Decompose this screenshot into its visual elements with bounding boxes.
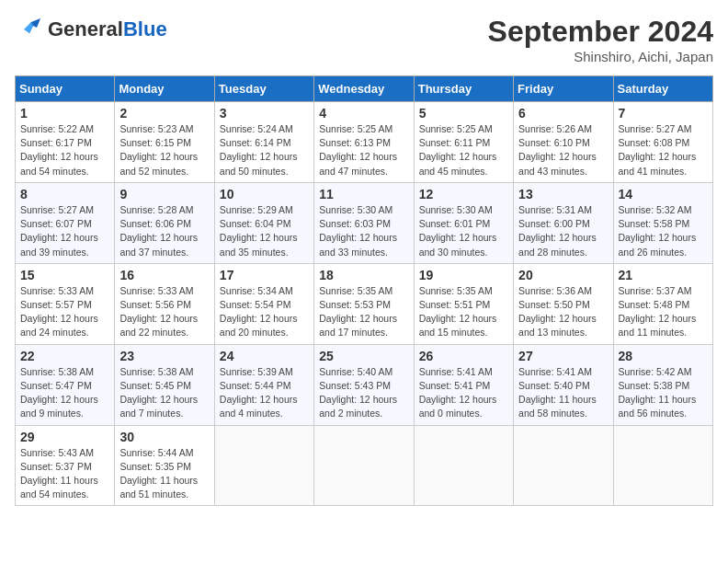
weekday-header-friday: Friday bbox=[514, 76, 613, 102]
calendar-week-1: 1Sunrise: 5:22 AMSunset: 6:17 PMDaylight… bbox=[16, 102, 713, 183]
calendar-cell: 11Sunrise: 5:30 AMSunset: 6:03 PMDayligh… bbox=[314, 182, 414, 263]
day-info: Sunrise: 5:30 AMSunset: 6:03 PMDaylight:… bbox=[319, 203, 408, 259]
day-info: Sunrise: 5:27 AMSunset: 6:08 PMDaylight:… bbox=[619, 122, 708, 178]
weekday-header-tuesday: Tuesday bbox=[214, 76, 313, 102]
day-info: Sunrise: 5:38 AMSunset: 5:45 PMDaylight:… bbox=[119, 365, 209, 421]
calendar-body: 1Sunrise: 5:22 AMSunset: 6:17 PMDaylight… bbox=[16, 102, 713, 506]
logo-blue-text: Blue bbox=[123, 17, 167, 40]
day-info: Sunrise: 5:33 AMSunset: 5:56 PMDaylight:… bbox=[119, 284, 209, 340]
calendar-cell: 23Sunrise: 5:38 AMSunset: 5:45 PMDayligh… bbox=[115, 344, 214, 425]
day-number: 2 bbox=[119, 106, 209, 121]
calendar-cell: 27Sunrise: 5:41 AMSunset: 5:40 PMDayligh… bbox=[514, 344, 613, 425]
weekday-header-saturday: Saturday bbox=[613, 76, 712, 102]
day-number: 1 bbox=[20, 106, 109, 121]
calendar-cell: 30Sunrise: 5:44 AMSunset: 5:35 PMDayligh… bbox=[115, 425, 214, 506]
calendar-cell bbox=[414, 425, 513, 506]
day-number: 23 bbox=[119, 349, 209, 363]
day-number: 25 bbox=[319, 349, 408, 363]
day-number: 16 bbox=[119, 268, 209, 282]
calendar-cell: 16Sunrise: 5:33 AMSunset: 5:56 PMDayligh… bbox=[115, 263, 214, 344]
day-number: 4 bbox=[319, 106, 408, 121]
day-info: Sunrise: 5:33 AMSunset: 5:57 PMDaylight:… bbox=[20, 284, 109, 340]
day-number: 8 bbox=[20, 187, 109, 201]
day-info: Sunrise: 5:32 AMSunset: 5:58 PMDaylight:… bbox=[619, 203, 708, 259]
weekday-header-monday: Monday bbox=[115, 76, 214, 102]
calendar-cell: 22Sunrise: 5:38 AMSunset: 5:47 PMDayligh… bbox=[16, 344, 115, 425]
day-info: Sunrise: 5:24 AMSunset: 6:14 PMDaylight:… bbox=[220, 122, 309, 178]
day-info: Sunrise: 5:43 AMSunset: 5:37 PMDaylight:… bbox=[20, 446, 109, 502]
day-info: Sunrise: 5:26 AMSunset: 6:10 PMDaylight:… bbox=[518, 122, 608, 178]
day-number: 12 bbox=[419, 187, 508, 201]
weekday-header-sunday: Sunday bbox=[16, 76, 115, 102]
calendar-cell: 17Sunrise: 5:34 AMSunset: 5:54 PMDayligh… bbox=[214, 263, 313, 344]
day-info: Sunrise: 5:25 AMSunset: 6:13 PMDaylight:… bbox=[319, 122, 408, 178]
weekday-header-wednesday: Wednesday bbox=[314, 76, 414, 102]
month-title: September 2024 bbox=[488, 15, 713, 49]
day-info: Sunrise: 5:22 AMSunset: 6:17 PMDaylight:… bbox=[20, 122, 109, 178]
day-number: 18 bbox=[319, 268, 408, 282]
calendar-cell: 7Sunrise: 5:27 AMSunset: 6:08 PMDaylight… bbox=[613, 102, 712, 183]
day-info: Sunrise: 5:41 AMSunset: 5:40 PMDaylight:… bbox=[518, 365, 608, 421]
calendar-cell: 10Sunrise: 5:29 AMSunset: 6:04 PMDayligh… bbox=[214, 182, 313, 263]
calendar-cell: 13Sunrise: 5:31 AMSunset: 6:00 PMDayligh… bbox=[514, 182, 613, 263]
day-number: 22 bbox=[20, 349, 109, 363]
logo: GeneralBlue bbox=[15, 15, 167, 44]
calendar-cell: 21Sunrise: 5:37 AMSunset: 5:48 PMDayligh… bbox=[613, 263, 712, 344]
day-info: Sunrise: 5:36 AMSunset: 5:50 PMDaylight:… bbox=[518, 284, 608, 340]
calendar-week-5: 29Sunrise: 5:43 AMSunset: 5:37 PMDayligh… bbox=[16, 425, 713, 506]
calendar-cell: 2Sunrise: 5:23 AMSunset: 6:15 PMDaylight… bbox=[115, 102, 214, 183]
day-info: Sunrise: 5:31 AMSunset: 6:00 PMDaylight:… bbox=[518, 203, 608, 259]
subtitle: Shinshiro, Aichi, Japan bbox=[488, 49, 713, 64]
calendar-cell: 29Sunrise: 5:43 AMSunset: 5:37 PMDayligh… bbox=[16, 425, 115, 506]
calendar-cell: 5Sunrise: 5:25 AMSunset: 6:11 PMDaylight… bbox=[414, 102, 513, 183]
calendar-cell: 4Sunrise: 5:25 AMSunset: 6:13 PMDaylight… bbox=[314, 102, 414, 183]
calendar-cell: 25Sunrise: 5:40 AMSunset: 5:43 PMDayligh… bbox=[314, 344, 414, 425]
day-info: Sunrise: 5:40 AMSunset: 5:43 PMDaylight:… bbox=[319, 365, 408, 421]
calendar-cell: 28Sunrise: 5:42 AMSunset: 5:38 PMDayligh… bbox=[613, 344, 712, 425]
logo-general-text: General bbox=[48, 17, 123, 40]
calendar-cell: 6Sunrise: 5:26 AMSunset: 6:10 PMDaylight… bbox=[514, 102, 613, 183]
day-info: Sunrise: 5:34 AMSunset: 5:54 PMDaylight:… bbox=[220, 284, 309, 340]
calendar-cell: 20Sunrise: 5:36 AMSunset: 5:50 PMDayligh… bbox=[514, 263, 613, 344]
day-info: Sunrise: 5:41 AMSunset: 5:41 PMDaylight:… bbox=[419, 365, 508, 421]
day-number: 7 bbox=[619, 106, 708, 121]
day-info: Sunrise: 5:27 AMSunset: 6:07 PMDaylight:… bbox=[20, 203, 109, 259]
calendar-cell bbox=[613, 425, 712, 506]
weekday-header-thursday: Thursday bbox=[414, 76, 513, 102]
day-info: Sunrise: 5:23 AMSunset: 6:15 PMDaylight:… bbox=[119, 122, 209, 178]
day-info: Sunrise: 5:35 AMSunset: 5:51 PMDaylight:… bbox=[419, 284, 508, 340]
day-info: Sunrise: 5:28 AMSunset: 6:06 PMDaylight:… bbox=[119, 203, 209, 259]
calendar-cell bbox=[314, 425, 414, 506]
day-number: 30 bbox=[119, 430, 209, 444]
day-number: 27 bbox=[518, 349, 608, 363]
day-number: 6 bbox=[518, 106, 608, 121]
page-header: GeneralBlue September 2024 Shinshiro, Ai… bbox=[15, 15, 713, 64]
day-number: 14 bbox=[619, 187, 708, 201]
calendar-cell: 24Sunrise: 5:39 AMSunset: 5:44 PMDayligh… bbox=[214, 344, 313, 425]
day-number: 28 bbox=[619, 349, 708, 363]
day-info: Sunrise: 5:44 AMSunset: 5:35 PMDaylight:… bbox=[119, 446, 209, 502]
calendar-week-3: 15Sunrise: 5:33 AMSunset: 5:57 PMDayligh… bbox=[16, 263, 713, 344]
day-number: 17 bbox=[220, 268, 309, 282]
calendar-cell: 8Sunrise: 5:27 AMSunset: 6:07 PMDaylight… bbox=[16, 182, 115, 263]
day-number: 19 bbox=[419, 268, 508, 282]
logo-icon bbox=[15, 15, 44, 44]
calendar-cell: 19Sunrise: 5:35 AMSunset: 5:51 PMDayligh… bbox=[414, 263, 513, 344]
day-info: Sunrise: 5:38 AMSunset: 5:47 PMDaylight:… bbox=[20, 365, 109, 421]
calendar-cell bbox=[514, 425, 613, 506]
day-number: 5 bbox=[419, 106, 508, 121]
day-info: Sunrise: 5:30 AMSunset: 6:01 PMDaylight:… bbox=[419, 203, 508, 259]
day-info: Sunrise: 5:39 AMSunset: 5:44 PMDaylight:… bbox=[220, 365, 309, 421]
calendar-cell: 1Sunrise: 5:22 AMSunset: 6:17 PMDaylight… bbox=[16, 102, 115, 183]
day-number: 13 bbox=[518, 187, 608, 201]
title-block: September 2024 Shinshiro, Aichi, Japan bbox=[488, 15, 713, 64]
day-number: 26 bbox=[419, 349, 508, 363]
calendar-cell: 3Sunrise: 5:24 AMSunset: 6:14 PMDaylight… bbox=[214, 102, 313, 183]
day-number: 10 bbox=[220, 187, 309, 201]
weekday-header-row: SundayMondayTuesdayWednesdayThursdayFrid… bbox=[16, 76, 713, 102]
day-info: Sunrise: 5:25 AMSunset: 6:11 PMDaylight:… bbox=[419, 122, 508, 178]
calendar-cell: 18Sunrise: 5:35 AMSunset: 5:53 PMDayligh… bbox=[314, 263, 414, 344]
calendar-week-4: 22Sunrise: 5:38 AMSunset: 5:47 PMDayligh… bbox=[16, 344, 713, 425]
day-number: 11 bbox=[319, 187, 408, 201]
day-info: Sunrise: 5:29 AMSunset: 6:04 PMDaylight:… bbox=[220, 203, 309, 259]
